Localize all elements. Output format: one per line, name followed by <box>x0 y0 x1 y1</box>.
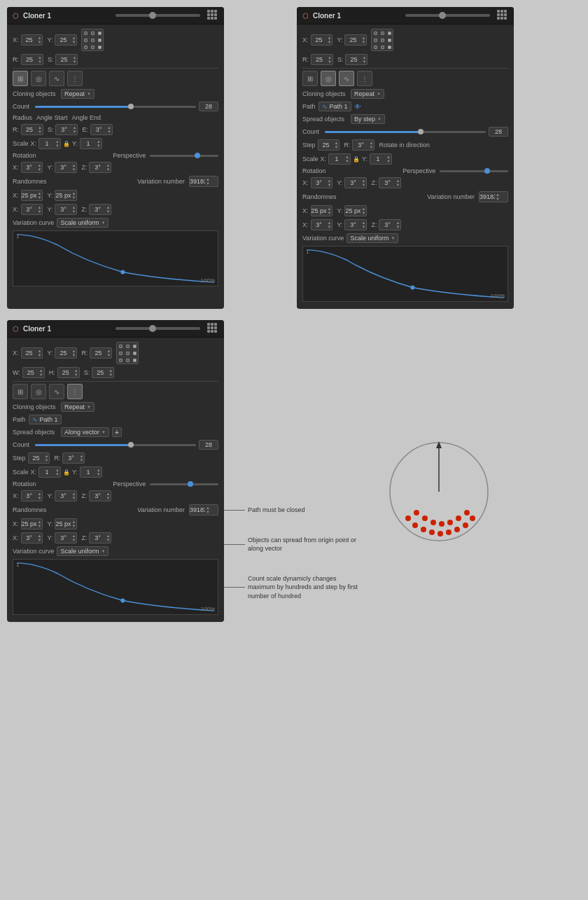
tr-rot-y-input[interactable] <box>345 179 360 186</box>
icon-path[interactable]: ∿ <box>49 71 64 86</box>
tr-scale-x-input[interactable] <box>329 155 344 162</box>
bl-r-step-spinbox[interactable]: ▲▼ <box>62 452 85 464</box>
cloning-dropdown[interactable]: Repeat <box>61 89 94 99</box>
tr-y-spinbox[interactable]: ▲▼ <box>344 34 367 46</box>
bl-icon-scatter[interactable]: ⋮ <box>67 384 83 399</box>
rot-z-input[interactable] <box>90 164 105 171</box>
r-val-input[interactable] <box>22 126 37 133</box>
tr-s-input[interactable] <box>346 56 361 63</box>
transform-widget[interactable] <box>81 29 104 51</box>
tr-rot-z-input[interactable] <box>379 179 395 186</box>
bl-cloning-dropdown[interactable]: Repeat <box>61 402 94 412</box>
rand-z2-spinbox[interactable]: ▲▼ <box>89 204 111 215</box>
tr-rot-x-spinbox[interactable]: ▲▼ <box>311 177 333 188</box>
var-curve-dropdown[interactable]: Scale uniform <box>57 218 108 228</box>
tr-r-input[interactable] <box>312 56 327 63</box>
tr-variation-input[interactable] <box>479 193 495 200</box>
tr-r-step-spinbox[interactable]: ▲▼ <box>352 139 374 151</box>
tr-step-spinbox[interactable]: ▲▼ <box>318 139 340 151</box>
lock-icon[interactable]: 🔒 <box>63 141 70 147</box>
bl-rot-x-spinbox[interactable]: ▲▼ <box>21 490 43 501</box>
y-input[interactable] <box>55 36 71 43</box>
rand-x-input[interactable] <box>22 192 37 199</box>
grid-view-icon[interactable] <box>207 10 218 21</box>
bl-rand-x-spinbox[interactable]: ▲▼ <box>21 518 43 529</box>
bl-h-spinbox[interactable]: ▲▼ <box>57 367 80 378</box>
tr-rand-x-spinbox[interactable]: ▲▼ <box>311 205 333 216</box>
tr-scale-y-input[interactable] <box>370 155 386 162</box>
perspective-slider[interactable] <box>150 155 218 157</box>
rand-y-spinbox[interactable]: ▲▼ <box>55 190 77 201</box>
bl-rot-z-spinbox[interactable]: ▲▼ <box>89 490 111 501</box>
bl-scale-x-spinbox[interactable]: ▲▼ <box>38 466 61 478</box>
count-slider[interactable] <box>35 102 196 111</box>
s-spinbox[interactable]: ▲▼ <box>55 54 78 65</box>
rand-x-spinbox[interactable]: ▲▼ <box>21 190 43 201</box>
s-val-spinbox[interactable]: ▲▼ <box>55 124 78 135</box>
header-slider-2[interactable] <box>405 14 491 17</box>
tr-count-slider[interactable] <box>325 127 486 137</box>
bl-icon-path[interactable]: ∿ <box>49 384 64 399</box>
rand-x2-input[interactable] <box>22 206 37 213</box>
tr-rot-z-spinbox[interactable]: ▲▼ <box>379 177 401 188</box>
bl-r-spinbox[interactable]: ▲▼ <box>90 347 112 359</box>
tr-variation-spinbox[interactable]: ▲▼ <box>479 191 508 202</box>
x-spinbox[interactable]: 25 ▲▼ <box>21 34 43 46</box>
bl-s-spinbox[interactable]: ▲▼ <box>92 367 114 378</box>
rand-y2-spinbox[interactable]: ▲▼ <box>55 204 77 215</box>
tr-cloning-dropdown[interactable]: Repeat <box>351 89 384 99</box>
x-input[interactable]: 25 <box>22 36 37 43</box>
r-spinbox[interactable]: ▲▼ <box>21 54 43 65</box>
scale-x-input[interactable] <box>39 140 55 147</box>
tr-perspective-slider[interactable] <box>440 170 508 172</box>
count-value[interactable]: 28 <box>199 102 218 111</box>
tr-count-value[interactable]: 28 <box>489 127 508 137</box>
tr-s-spinbox[interactable]: ▲▼ <box>345 54 368 65</box>
variation-spinbox[interactable]: ▲▼ <box>189 176 218 187</box>
tr-r-step-input[interactable] <box>353 141 368 148</box>
icon-scatter[interactable]: ⋮ <box>67 71 83 86</box>
grid-view-icon-2[interactable] <box>497 10 508 21</box>
tr-step-input[interactable] <box>318 141 334 148</box>
bl-icon-grid[interactable]: ⊞ <box>13 384 28 399</box>
scale-y-spinbox[interactable]: ▲▼ <box>80 138 102 149</box>
tr-icon-path[interactable]: ∿ <box>339 71 354 86</box>
s-input[interactable] <box>56 56 71 63</box>
grid-view-icon-3[interactable] <box>207 323 218 334</box>
r-input[interactable] <box>22 56 37 63</box>
bl-count-slider[interactable] <box>35 440 196 450</box>
rot-z-spinbox[interactable]: ▲▼ <box>89 162 111 173</box>
scale-x-spinbox[interactable]: ▲▼ <box>38 138 61 149</box>
tr-rot-x-input[interactable] <box>312 179 327 186</box>
bl-icon-circle[interactable]: ◎ <box>31 384 46 399</box>
bl-w-spinbox[interactable]: ▲▼ <box>22 367 45 378</box>
bl-transform-widget[interactable] <box>116 342 139 364</box>
e-val-spinbox[interactable]: ▲▼ <box>90 124 113 135</box>
scale-y-input[interactable] <box>80 140 96 147</box>
bl-count-value[interactable]: 28 <box>199 440 218 450</box>
tr-rand-x2-spinbox[interactable]: ▲▼ <box>311 219 333 230</box>
rand-y2-input[interactable] <box>55 206 71 213</box>
variation-input[interactable] <box>190 178 205 185</box>
bl-rot-y-spinbox[interactable]: ▲▼ <box>55 490 77 501</box>
icon-circle[interactable]: ◎ <box>31 71 46 86</box>
tr-y-input[interactable] <box>345 36 360 43</box>
header-slider[interactable] <box>115 14 201 17</box>
bl-rand-y-spinbox[interactable]: ▲▼ <box>55 518 77 529</box>
tr-rand-y2-spinbox[interactable]: ▲▼ <box>344 219 367 230</box>
bl-lock-icon[interactable]: 🔒 <box>63 469 70 476</box>
tr-r-spinbox[interactable]: ▲▼ <box>311 54 333 65</box>
tr-icon-scatter[interactable]: ⋮ <box>357 71 372 86</box>
tr-icon-circle[interactable]: ◎ <box>321 71 336 86</box>
rot-x-spinbox[interactable]: ▲▼ <box>21 162 43 173</box>
bl-variation-spinbox[interactable]: ▲▼ <box>189 504 218 515</box>
tr-scale-x-spinbox[interactable]: ▲▼ <box>328 153 351 165</box>
rand-y-input[interactable] <box>55 192 71 199</box>
bl-spread-dropdown[interactable]: Along vector <box>61 427 109 437</box>
r-val-spinbox[interactable]: ▲▼ <box>21 124 43 135</box>
tr-x-spinbox[interactable]: ▲▼ <box>311 34 333 46</box>
bl-var-curve-dropdown[interactable]: Scale uniform <box>57 546 108 556</box>
rot-x-input[interactable] <box>22 164 37 171</box>
tr-x-input[interactable] <box>312 36 327 43</box>
tr-eye-icon[interactable]: 👁 <box>354 103 361 111</box>
